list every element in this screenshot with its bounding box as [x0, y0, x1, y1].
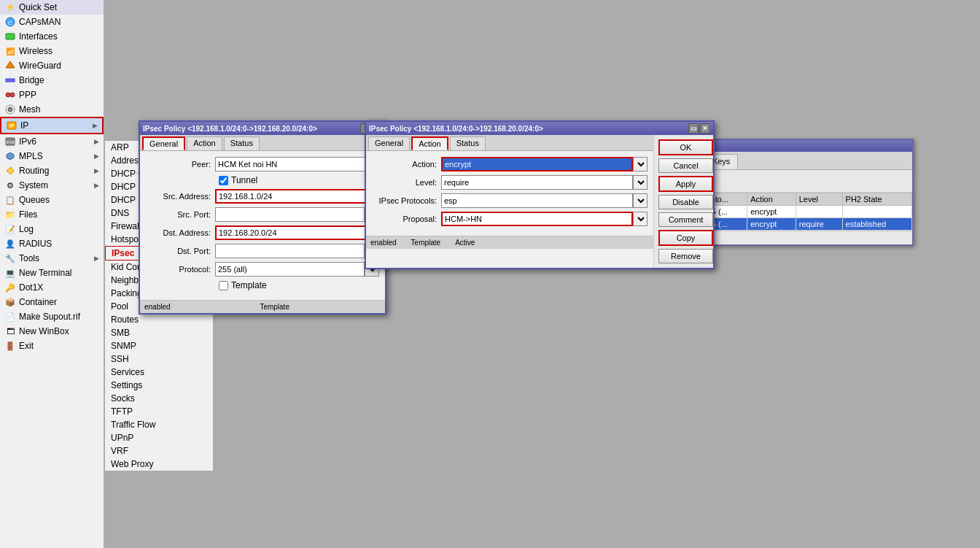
col-ph2state: PH2 State: [842, 193, 911, 206]
sidebar-item-bridge[interactable]: Bridge: [0, 73, 104, 88]
sidebar-item-dot1x[interactable]: 🔑 Dot1X: [0, 280, 104, 295]
proposal-select[interactable]: [633, 212, 648, 226]
ipsec-protocols-select[interactable]: [633, 193, 648, 208]
sidebar-item-system[interactable]: ⚙ System ▶: [0, 178, 104, 193]
sidebar-item-mpls[interactable]: MPLS ▶: [0, 149, 104, 163]
submenu-tftp[interactable]: TFTP: [105, 405, 213, 418]
submenu-socks[interactable]: Socks: [105, 392, 213, 405]
sidebar-item-exit[interactable]: 🚪 Exit: [0, 339, 104, 353]
sidebar-item-label: Wireless: [19, 46, 52, 56]
src-address-input[interactable]: [215, 189, 379, 204]
ipsec-protocols-row: IPsec Protocols:: [372, 193, 648, 208]
right-dialog-content: Action: encrypt Level:: [366, 151, 653, 236]
proposal-input[interactable]: [441, 212, 633, 226]
arrow-icon: ▶: [94, 255, 99, 262]
log-icon: 📝: [4, 223, 16, 235]
cell-ph2state: established: [842, 218, 911, 231]
sidebar-item-label: Routing: [19, 166, 49, 176]
right-close-button[interactable]: ✕: [700, 123, 710, 134]
sidebar-item-label: Container: [19, 297, 57, 307]
submenu-smb[interactable]: SMB: [105, 326, 213, 339]
sidebar-item-routing[interactable]: Routing ▶: [0, 163, 104, 178]
dst-port-row: Dst. Port:: [146, 244, 379, 258]
quickset-icon: ⚡: [4, 1, 16, 13]
sidebar-item-label: CAPsMAN: [19, 17, 61, 27]
sidebar-item-log[interactable]: 📝 Log: [0, 222, 104, 236]
tunnel-row: Tunnel: [146, 175, 379, 185]
arrow-icon: ▶: [93, 122, 98, 129]
sidebar-item-label: Files: [19, 209, 37, 220]
submenu-routes[interactable]: Routes: [105, 313, 213, 326]
sidebar-item-wireguard[interactable]: WireGuard: [0, 58, 104, 73]
sidebar-item-wireless[interactable]: 📶 Wireless: [0, 44, 104, 58]
sidebar-item-files[interactable]: 📁 Files: [0, 207, 104, 222]
submenu-ssh[interactable]: SSH: [105, 352, 213, 366]
submenu-traffic-flow[interactable]: Traffic Flow: [105, 418, 213, 431]
dst-address-input[interactable]: [215, 225, 379, 240]
sidebar-item-tools[interactable]: 🔧 Tools ▶: [0, 251, 104, 266]
disable-button[interactable]: Disable: [658, 195, 713, 209]
tunnel-checkbox[interactable]: [219, 176, 228, 185]
sidebar-item-queues[interactable]: 📋 Queues: [0, 193, 104, 207]
terminal-icon: 💻: [4, 267, 16, 279]
protocol-label: Protocol:: [146, 265, 215, 274]
arrow-icon: ▶: [94, 153, 99, 160]
policy-dialog-right: IPsec Policy <192.168.1.0/24:0->192.168.…: [365, 120, 715, 269]
right-minimize-button[interactable]: ▭: [688, 123, 699, 134]
action-label: Action:: [372, 160, 441, 169]
sidebar-item-ipv6[interactable]: IPv6 IPv6 ▶: [0, 134, 104, 149]
right-dialog-footer: enabled Template Active: [366, 236, 653, 249]
sidebar-item-container[interactable]: 📦 Container: [0, 295, 104, 309]
proposal-row: Proposal:: [372, 212, 648, 226]
level-select[interactable]: [633, 175, 648, 190]
svg-point-7: [10, 93, 15, 97]
right-tab-general[interactable]: General: [368, 136, 410, 150]
arrow-icon: ▶: [94, 167, 99, 174]
tab-general[interactable]: General: [142, 136, 185, 150]
submenu-web-proxy[interactable]: Web Proxy: [105, 458, 213, 471]
tunnel-label: Tunnel: [231, 175, 257, 185]
sidebar-item-ppp[interactable]: PPP: [0, 88, 104, 102]
submenu-services[interactable]: Services: [105, 366, 213, 379]
submenu-settings[interactable]: Settings: [105, 379, 213, 392]
action-select[interactable]: [633, 157, 648, 171]
sidebar-item-quickset[interactable]: ⚡ Quick Set: [0, 0, 104, 15]
protocol-input[interactable]: [215, 262, 365, 277]
level-input[interactable]: [441, 175, 633, 190]
arrow-icon: ▶: [94, 182, 99, 189]
copy-button[interactable]: Copy: [658, 230, 713, 246]
sidebar-item-capsman[interactable]: C CAPsMAN: [0, 15, 104, 29]
sidebar-item-radius[interactable]: 👤 RADIUS: [0, 236, 104, 251]
submenu-upnp[interactable]: UPnP: [105, 431, 213, 444]
tab-status[interactable]: Status: [224, 136, 260, 150]
submenu-snmp[interactable]: SNMP: [105, 339, 213, 352]
tab-action[interactable]: Action: [187, 136, 222, 150]
cancel-button[interactable]: Cancel: [658, 158, 713, 173]
remove-button[interactable]: Remove: [658, 249, 713, 263]
ipsec-protocols-input[interactable]: [441, 193, 633, 208]
ok-button[interactable]: OK: [658, 139, 713, 155]
sidebar-item-newterminal[interactable]: 💻 New Terminal: [0, 266, 104, 280]
apply-button[interactable]: Apply: [658, 176, 713, 192]
action-value[interactable]: encrypt: [441, 157, 633, 171]
sidebar-item-ip[interactable]: IP IP ▶: [0, 117, 104, 134]
right-tab-status[interactable]: Status: [450, 136, 486, 150]
sidebar-item-label: New Terminal: [19, 268, 71, 278]
src-port-input[interactable]: [215, 207, 365, 222]
sidebar-item-makesupout[interactable]: 📄 Make Supout.rif: [0, 309, 104, 324]
action-select-container: encrypt: [441, 157, 648, 171]
template-checkbox[interactable]: [219, 281, 228, 290]
peer-input[interactable]: [215, 157, 368, 171]
sidebar-item-label: Make Supout.rif: [19, 312, 80, 322]
sidebar-item-interfaces[interactable]: Interfaces: [0, 29, 104, 44]
right-tab-action[interactable]: Action: [411, 136, 448, 150]
action-buttons-panel: OK Cancel Apply Disable Comment Copy Rem…: [653, 135, 713, 268]
ipsec-protocols-container: [441, 193, 648, 208]
dst-port-input[interactable]: [215, 244, 365, 258]
sidebar-item-newwinbox[interactable]: 🗔 New WinBox: [0, 324, 104, 339]
sidebar-item-mesh[interactable]: Mesh: [0, 102, 104, 117]
comment-button[interactable]: Comment: [658, 212, 713, 227]
sidebar-item-label: Log: [19, 224, 34, 234]
submenu-vrf[interactable]: VRF: [105, 444, 213, 458]
cell-ph2state: [842, 206, 911, 218]
